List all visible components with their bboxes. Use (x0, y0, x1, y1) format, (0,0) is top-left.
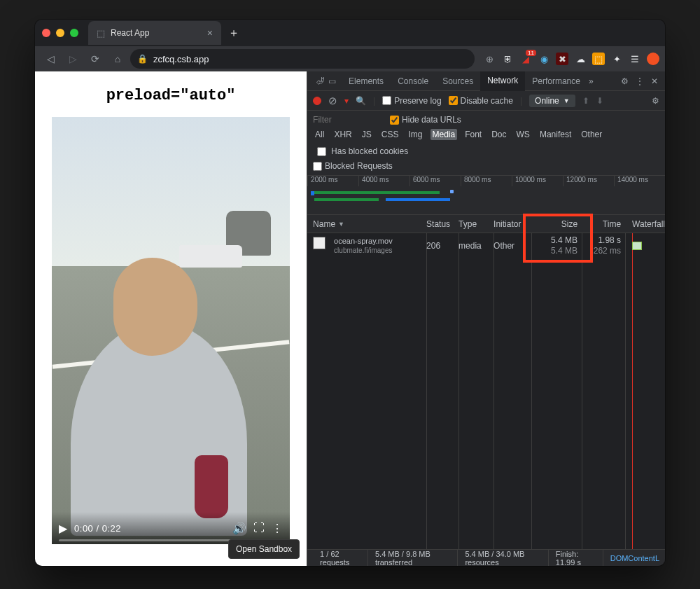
tab-network[interactable]: Network (480, 71, 525, 91)
filter-xhr[interactable]: XHR (332, 129, 354, 140)
open-sandbox-button[interactable]: Open Sandbox (228, 539, 300, 559)
col-status[interactable]: Status (426, 219, 458, 229)
lock-icon: 🔒 (137, 54, 148, 64)
devtools-close-icon[interactable]: ✕ (651, 76, 658, 86)
inspect-element-icon[interactable]: ⮰ (316, 76, 324, 86)
filter-media[interactable]: Media (430, 129, 458, 140)
scene-truck (179, 245, 242, 268)
url-input[interactable] (153, 54, 468, 64)
filter-font[interactable]: Font (463, 129, 484, 140)
filter-toggle-icon[interactable]: ▾ (344, 96, 349, 106)
reload-button[interactable]: ⟳ (85, 49, 105, 69)
network-timeline[interactable]: 2000 ms 4000 ms 6000 ms 8000 ms 10000 ms… (307, 176, 665, 215)
throttling-select[interactable]: Online▼ (529, 95, 575, 107)
record-button[interactable] (313, 97, 321, 105)
network-grid-body: ocean-spray.mov clubmate.fi/images 206 m… (307, 233, 665, 549)
network-filter-bar: Hide data URLs All XHR JS CSS Img Media … (307, 111, 665, 176)
timeline-mark: 8000 ms (461, 176, 512, 186)
favicon-icon: ⬚ (97, 28, 105, 39)
download-icon[interactable]: ⬇ (596, 96, 603, 106)
filter-img[interactable]: Img (406, 129, 424, 140)
devtools-tabs: ⮰ ▭ Elements Console Sources Network Per… (307, 71, 665, 91)
devtools-panel: ⮰ ▭ Elements Console Sources Network Per… (307, 71, 665, 566)
clear-button[interactable]: ⊘ (328, 95, 337, 107)
status-domcontent: DOMContentL (603, 550, 665, 566)
fullscreen-icon[interactable]: ⛶ (253, 522, 265, 534)
tab-sources[interactable]: Sources (435, 71, 480, 91)
ext-orange-icon[interactable]: ⬚ (592, 53, 605, 65)
devtools-menu-icon[interactable]: ⋮ (636, 76, 644, 86)
upload-icon[interactable]: ⬆ (582, 96, 589, 106)
home-button[interactable]: ⌂ (108, 49, 127, 69)
ext-plus-icon[interactable]: ⊕ (483, 53, 496, 65)
tab-elements[interactable]: Elements (342, 71, 391, 91)
video-player[interactable]: ▶ 0:00 / 0:22 🔊 ⛶ ⋮ (52, 117, 290, 544)
address-bar[interactable]: 🔒 (130, 49, 475, 69)
filter-manifest[interactable]: Manifest (538, 129, 573, 140)
tabs-overflow-icon[interactable]: » (589, 76, 594, 86)
timeline-mark: 6000 ms (410, 176, 461, 186)
timeline-mark: 14000 ms (614, 176, 665, 186)
browser-window: ⬚ React App × ＋ ◁ ▷ ⟳ ⌂ 🔒 ⊕ ⛨ ◢ ◉ ✖ ☁ ⬚ … (35, 20, 665, 566)
close-window-icon[interactable] (42, 29, 50, 37)
volume-icon[interactable]: 🔊 (232, 522, 246, 535)
hide-data-urls-checkbox[interactable]: Hide data URLs (390, 115, 461, 125)
titlebar: ⬚ React App × ＋ (35, 20, 665, 46)
disable-cache-checkbox[interactable]: Disable cache (449, 96, 513, 106)
status-resources: 5.4 MB / 34.0 MB resources (458, 550, 548, 566)
search-icon[interactable]: 🔍 (356, 96, 366, 106)
status-requests: 1 / 62 requests (313, 550, 368, 566)
settings-gear-icon[interactable]: ⚙ (621, 76, 629, 86)
ext-playlist-icon[interactable]: ☰ (629, 53, 641, 65)
tab-performance[interactable]: Performance (525, 71, 587, 91)
extension-icons: ⊕ ⛨ ◢ ◉ ✖ ☁ ⬚ ✦ ☰ (483, 53, 659, 65)
tab-title: React App (111, 28, 149, 38)
ext-red-icon[interactable]: ✖ (556, 53, 568, 65)
ext-puzzle-icon[interactable]: ✦ (610, 53, 623, 65)
ext-globe-icon[interactable]: ◉ (538, 53, 550, 65)
col-name[interactable]: Name▼ (307, 219, 426, 229)
maximize-window-icon[interactable] (70, 29, 78, 37)
resource-host: clubmate.fi/images (334, 247, 393, 256)
resource-thumb (313, 237, 326, 249)
filter-doc[interactable]: Doc (489, 129, 508, 140)
network-settings-icon[interactable]: ⚙ (652, 96, 659, 106)
ext-warning-icon[interactable]: ◢ (519, 53, 532, 65)
resource-name: ocean-spray.mov (334, 237, 393, 247)
ext-music-icon[interactable]: ☁ (574, 53, 587, 65)
new-tab-button[interactable]: ＋ (228, 26, 239, 41)
traffic-lights (42, 29, 78, 37)
ext-shield-icon[interactable]: ⛨ (501, 53, 514, 65)
video-menu-icon[interactable]: ⋮ (272, 522, 283, 535)
has-blocked-cookies-checkbox[interactable]: Has blocked cookies (317, 146, 410, 157)
cell-status: 206 (426, 241, 458, 251)
play-button[interactable]: ▶ (59, 522, 67, 535)
filter-css[interactable]: CSS (379, 129, 401, 140)
close-tab-icon[interactable]: × (207, 27, 213, 39)
col-type[interactable]: Type (458, 219, 493, 229)
filter-js[interactable]: JS (360, 129, 374, 140)
filter-input[interactable] (313, 115, 383, 125)
content-area: preload="auto" ▶ 0:00 / 0:22 🔊 (35, 71, 665, 566)
tab-console[interactable]: Console (391, 71, 435, 91)
ext-avatar-icon[interactable] (647, 53, 659, 65)
filter-other[interactable]: Other (579, 129, 604, 140)
table-row[interactable]: ocean-spray.mov clubmate.fi/images 206 m… (307, 233, 665, 258)
timeline-mark: 4000 ms (358, 176, 410, 186)
page-viewport: preload="auto" ▶ 0:00 / 0:22 🔊 (35, 71, 307, 566)
filter-all[interactable]: All (313, 129, 326, 140)
back-button[interactable]: ◁ (41, 49, 60, 69)
device-toolbar-icon[interactable]: ▭ (328, 76, 336, 86)
minimize-window-icon[interactable] (56, 29, 64, 37)
scene-bottle (195, 455, 228, 518)
network-grid-header: Name▼ Status Type Initiator Size Time Wa… (307, 215, 665, 233)
request-type-filters: All XHR JS CSS Img Media Font Doc WS Man… (313, 129, 659, 157)
timeline-mark: 12000 ms (563, 176, 614, 186)
status-transferred: 5.4 MB / 9.8 MB transferred (368, 550, 458, 566)
col-waterfall[interactable]: Waterfall (625, 219, 665, 229)
preserve-log-checkbox[interactable]: Preserve log (382, 96, 441, 106)
browser-tab[interactable]: ⬚ React App × (88, 21, 221, 45)
forward-button[interactable]: ▷ (63, 49, 83, 69)
blocked-requests-checkbox[interactable]: Blocked Requests (313, 161, 659, 171)
filter-ws[interactable]: WS (514, 129, 532, 140)
